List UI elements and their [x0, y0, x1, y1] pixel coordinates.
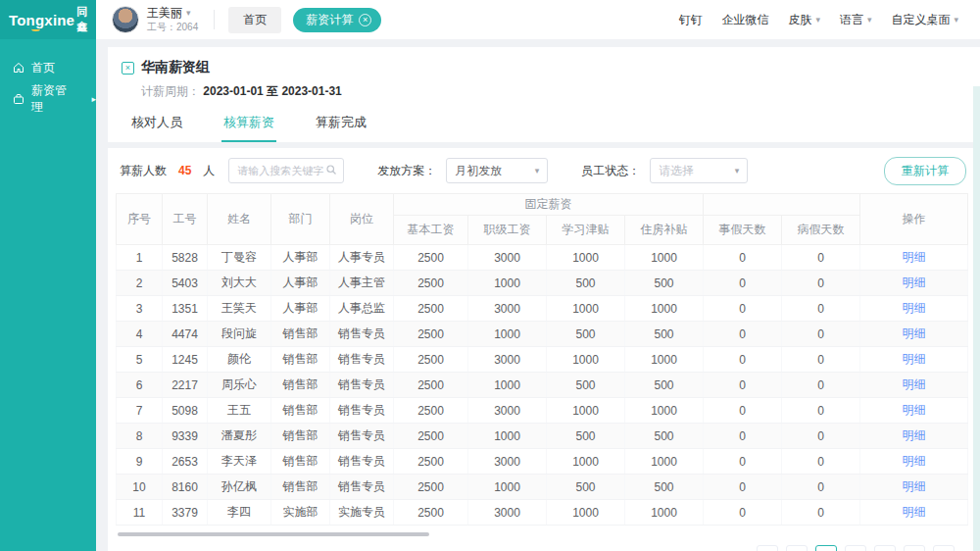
- table-cell: 0: [704, 296, 782, 322]
- table-cell: 2500: [394, 475, 468, 500]
- table-cell: 销售部: [271, 475, 330, 500]
- table-cell: 1000: [468, 424, 547, 449]
- wallet-icon: [13, 93, 24, 105]
- col-header-personal-leave: 事假天数: [704, 216, 782, 245]
- detail-link[interactable]: 明细: [903, 250, 926, 264]
- table-cell: 0: [782, 296, 860, 322]
- table-cell: 2500: [394, 424, 468, 449]
- table-cell-action: 明细: [860, 424, 968, 449]
- detail-link[interactable]: 明细: [903, 326, 926, 340]
- table-cell: 销售专员: [330, 322, 394, 347]
- nav-item-skin[interactable]: 皮肤▾: [788, 12, 820, 28]
- page-title: 华南薪资组: [141, 59, 210, 76]
- page-button-4[interactable]: 4: [874, 545, 896, 551]
- table-cell: 4474: [163, 322, 208, 347]
- table-row: 25403刘大大人事部人事主管2500100050050000明细: [117, 271, 968, 296]
- table-cell: 0: [782, 322, 860, 347]
- table-cell: 0: [704, 245, 782, 271]
- tab-calc-done[interactable]: 算薪完成: [314, 114, 368, 142]
- detail-link[interactable]: 明细: [903, 352, 926, 366]
- table-cell: 1000: [547, 245, 625, 271]
- table-cell: 5098: [163, 398, 208, 424]
- recalculate-button[interactable]: 重新计算: [884, 157, 966, 185]
- sidebar-item-home[interactable]: 首页: [0, 53, 96, 82]
- table-cell: 0: [782, 245, 860, 271]
- detail-link[interactable]: 明细: [903, 403, 926, 417]
- table-cell: 2500: [394, 322, 468, 347]
- table-row: 75098王五销售部销售专员250030001000100000明细: [117, 398, 968, 424]
- table-cell: 500: [625, 475, 704, 500]
- nav-item-custom-desktop[interactable]: 自定义桌面▾: [891, 12, 958, 28]
- table-cell: 人事总监: [330, 296, 394, 322]
- avatar[interactable]: [112, 6, 139, 33]
- table-cell-action: 明细: [860, 245, 968, 271]
- table-cell: 3: [117, 296, 163, 322]
- search-icon[interactable]: [325, 164, 337, 178]
- table-cell: 3379: [163, 500, 208, 526]
- table-cell: 1000: [468, 271, 547, 296]
- detail-link[interactable]: 明细: [903, 479, 926, 493]
- group-icon-glyph: ×: [125, 63, 130, 73]
- table-cell: 王笑天: [208, 296, 271, 322]
- status-select[interactable]: 请选择 ▾: [650, 158, 748, 183]
- count-value: 45: [178, 164, 191, 177]
- table-cell: 销售专员: [330, 398, 394, 424]
- page-button-3[interactable]: 3: [845, 545, 866, 551]
- close-icon[interactable]: ×: [359, 14, 371, 26]
- table-cell: 11: [117, 500, 163, 526]
- table-cell: 2500: [394, 347, 468, 373]
- page-next-button[interactable]: ›: [933, 545, 955, 551]
- table-cell: 0: [704, 424, 782, 449]
- table-cell: 0: [782, 424, 860, 449]
- table-cell: 0: [782, 500, 860, 526]
- tab-verify-staff[interactable]: 核对人员: [129, 114, 184, 142]
- table-cell: 9: [117, 449, 163, 475]
- table-cell: 7: [117, 398, 163, 424]
- window-tab-home[interactable]: 首页: [228, 7, 281, 33]
- table-row: 108160孙亿枫销售部销售专员2500100050050000明细: [117, 475, 968, 500]
- vertical-scrollbar[interactable]: [973, 86, 980, 551]
- table-cell: 0: [704, 373, 782, 398]
- table-cell: 1000: [625, 398, 704, 424]
- page-button-5[interactable]: 5: [904, 545, 925, 551]
- detail-link[interactable]: 明细: [903, 276, 926, 289]
- search-input[interactable]: [237, 165, 325, 176]
- nav-item-dingtalk[interactable]: 钉钉: [678, 12, 702, 28]
- table-cell: 1000: [625, 245, 704, 271]
- col-header-sick-leave: 病假天数: [782, 216, 860, 245]
- col-header-empno: 工号: [163, 194, 208, 245]
- detail-link[interactable]: 明细: [903, 454, 926, 468]
- table-cell-action: 明细: [860, 322, 968, 347]
- table-cell: 4: [117, 322, 163, 347]
- table-cell: 销售专员: [330, 475, 394, 500]
- sidebar-item-payroll[interactable]: 薪资管理 ▸: [0, 84, 96, 114]
- table-cell: 2653: [163, 449, 208, 475]
- page-button-2[interactable]: 2: [815, 545, 837, 551]
- table-cell: 销售部: [271, 322, 330, 347]
- detail-link[interactable]: 明细: [903, 428, 926, 442]
- page-button-1[interactable]: 1: [786, 545, 808, 551]
- table-cell: 李天泽: [208, 449, 271, 475]
- table-cell: 销售专员: [330, 424, 394, 449]
- page-prev-button[interactable]: ‹: [757, 545, 778, 551]
- horizontal-scrollbar[interactable]: [118, 532, 429, 536]
- table-cell-action: 明细: [860, 296, 968, 322]
- window-tab-payroll-calc[interactable]: 薪资计算 ×: [293, 8, 381, 32]
- pagination: ‹ 1 2 3 4 5 ›: [108, 545, 980, 551]
- detail-link[interactable]: 明细: [903, 505, 926, 519]
- col-header-study-allowance: 学习津贴: [547, 216, 625, 245]
- table-cell: 1000: [625, 347, 704, 373]
- table-cell: 销售部: [271, 449, 330, 475]
- detail-link[interactable]: 明细: [903, 301, 926, 315]
- col-group-fixed-salary: 固定薪资: [394, 194, 704, 216]
- nav-item-language[interactable]: 语言▾: [840, 12, 872, 28]
- nav-label: 钉钉: [678, 12, 702, 28]
- brand-logo[interactable]: Tongxine 同鑫: [0, 0, 96, 39]
- table-cell: 0: [704, 347, 782, 373]
- home-icon: [13, 62, 24, 74]
- nav-item-wecom[interactable]: 企业微信: [721, 12, 768, 28]
- detail-link[interactable]: 明细: [903, 377, 926, 391]
- plan-select[interactable]: 月初发放 ▾: [446, 158, 548, 183]
- user-info[interactable]: 王美丽 ▾ 工号：2064: [147, 6, 198, 34]
- tab-calc-salary[interactable]: 核算薪资: [221, 114, 276, 142]
